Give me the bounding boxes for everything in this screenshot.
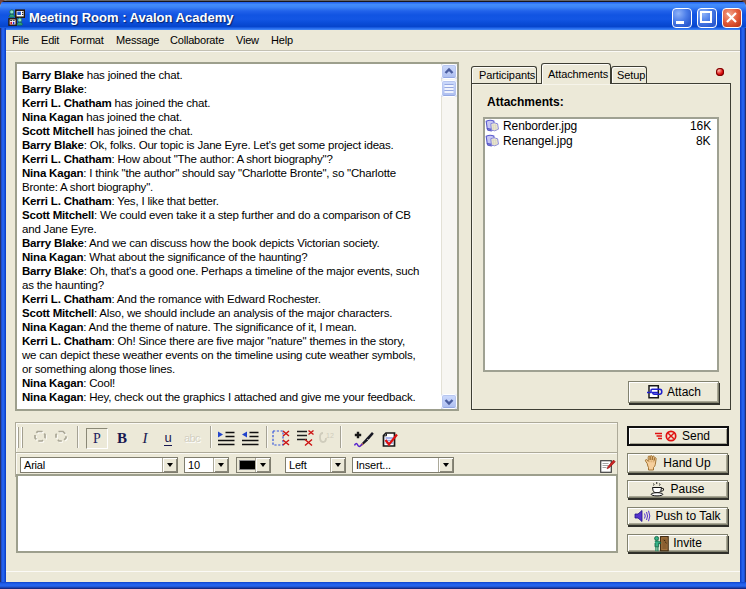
- svg-text:12: 12: [326, 432, 334, 439]
